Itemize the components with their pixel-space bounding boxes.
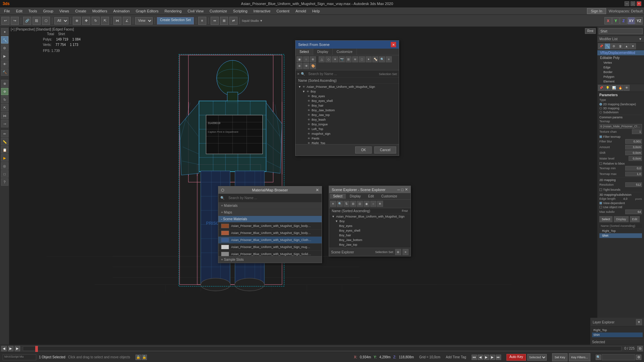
set-key-button[interactable]: Set Key <box>552 353 568 361</box>
minimize-button[interactable]: ─ <box>625 1 629 6</box>
snap-toggle[interactable]: ⋈ <box>113 17 121 25</box>
mb-item-body-mat[interactable]: Asian_Prisoner_Blue_Uniform_with_Mugshot… <box>218 230 322 237</box>
resolution-input[interactable] <box>625 182 642 187</box>
se-sel-none-btn[interactable]: ○ <box>370 201 376 207</box>
xy-axis-button[interactable]: XY <box>628 17 635 24</box>
utilities-panel-btn[interactable]: 🔨 <box>1 68 8 76</box>
paint-btn[interactable]: ✏ <box>1 130 8 137</box>
se-collapse-btn[interactable]: ⊟ <box>357 201 363 207</box>
yz-axis-button[interactable]: YZ <box>635 17 643 24</box>
flame-icon[interactable]: 🔥 <box>617 85 623 91</box>
mb-item-list[interactable]: Asian_Prisoner_Blue_Uniform_with_Mugshot… <box>218 223 322 256</box>
se-tab-display[interactable]: Display <box>346 194 364 199</box>
menu-create[interactable]: Create <box>72 8 89 14</box>
snap-btn[interactable]: ⋈ <box>1 112 8 119</box>
se-filter-btn[interactable]: 🔍 <box>337 201 343 207</box>
search-options-btn[interactable]: ⚙ <box>636 355 641 360</box>
modifier-editable-poly[interactable]: Editable Poly <box>597 55 644 60</box>
go-end-btn[interactable]: ⏭ <box>496 355 501 360</box>
funnel-icon[interactable]: 🔧 <box>604 43 610 49</box>
selected-dropdown[interactable]: Selected <box>527 354 547 361</box>
sfs-none-btn[interactable]: ○ <box>303 56 309 62</box>
se-footer-btn2[interactable]: ≡ <box>402 249 409 255</box>
menu-help[interactable]: Help <box>310 8 323 14</box>
amount-input[interactable] <box>625 145 642 149</box>
link-button[interactable]: 🔗 <box>23 17 31 25</box>
menu-scripting[interactable]: Scripting <box>230 8 250 14</box>
modifier-vertex[interactable]: Vertex <box>597 60 644 65</box>
se-tab-edit[interactable]: Edit <box>365 194 377 199</box>
sfs-helper-btn[interactable]: ⊞ <box>345 56 352 62</box>
menu-views[interactable]: Views <box>57 8 72 14</box>
timeline-track[interactable] <box>23 346 622 351</box>
menu-file[interactable]: File <box>1 8 13 14</box>
se-expand-btn[interactable]: ⊞ <box>350 201 356 207</box>
sfs-item-boy[interactable]: ▼ 👁 Boy <box>296 89 399 94</box>
search-input[interactable] <box>602 354 635 360</box>
mb-item-solid-left-mat[interactable]: Asian_Prisoner_Blue_Uniform_with_Mugshot… <box>218 251 322 256</box>
modifier-edge[interactable]: Edge <box>597 65 644 70</box>
sfs-search-input[interactable] <box>306 71 379 77</box>
move-button[interactable]: ✥ <box>82 17 90 25</box>
select-button[interactable]: ⊕ <box>73 17 81 25</box>
menu-interactive[interactable]: Interactive <box>251 8 273 14</box>
filter-blur-input[interactable] <box>625 139 642 144</box>
sfs-shape-btn[interactable]: ◇ <box>325 56 331 62</box>
le-shirt-item[interactable]: Shirt <box>592 333 643 337</box>
mb-item-mugshot-mat[interactable]: Asian_Prisoner_Blue_Uniform_with_Mugshot… <box>218 244 322 251</box>
sfs-geo-btn[interactable]: △ <box>319 56 325 62</box>
le-btn[interactable]: ▼ <box>636 319 642 325</box>
sfs-close-button[interactable]: ✕ <box>391 42 396 47</box>
sfs-item-mugshot[interactable]: 👁 mugshot_sign <box>296 131 399 136</box>
down-icon[interactable]: ▼ <box>630 43 636 49</box>
sfs-invert-btn[interactable]: ⊗ <box>310 56 316 62</box>
se-item-boy-eyes[interactable]: Boy_eyes <box>329 224 411 228</box>
se-tab-customize[interactable]: Customize <box>378 194 400 199</box>
type-3d-radio[interactable]: 3D mapping <box>599 107 642 110</box>
sfs-tab-display[interactable]: Display <box>313 49 333 55</box>
angle-snap[interactable]: ∠ <box>123 17 131 25</box>
edit-panel-tab[interactable]: Edit <box>630 216 640 222</box>
se-select-all-btn[interactable]: ◉ <box>364 201 370 207</box>
menu-group[interactable]: Group <box>40 8 56 14</box>
texmap-min-input[interactable] <box>625 166 642 171</box>
menu-arnold[interactable]: Arnold <box>293 8 309 14</box>
sfs-filter-btn[interactable]: 🔍 <box>379 56 385 62</box>
modifier-polygon[interactable]: Polygon <box>597 74 644 79</box>
sfs-tab-select[interactable]: Select <box>296 49 313 55</box>
light-bulb-icon[interactable]: 💡 <box>604 85 610 91</box>
bind-button[interactable]: ⬡ <box>42 17 50 25</box>
play-btn[interactable]: ▶ <box>8 346 13 351</box>
close-button[interactable]: ✕ <box>637 1 641 6</box>
se-title-bar[interactable]: Scene Explorer - Scene Explorer ─ □ ✕ <box>329 186 411 193</box>
mb-item-body-detail[interactable]: Asian_Prisoner_Blue_Uniform_with_Mugshot… <box>218 223 322 230</box>
mb-search-input[interactable] <box>226 195 320 201</box>
sfs-item-boy-hair[interactable]: 👁 Boy_hair <box>296 103 399 108</box>
sfs-item-boy-leash[interactable]: 👁 Boy_leash <box>296 117 399 122</box>
menu-civil-view[interactable]: Civil View <box>185 8 206 14</box>
right-top-item[interactable]: Right_Top <box>599 229 642 233</box>
freeform-btn[interactable]: ⊸ <box>1 120 8 127</box>
selection-filter-dropdown[interactable]: All <box>54 17 68 24</box>
graph-icon[interactable]: 📊 <box>611 85 617 91</box>
x-axis-button[interactable]: X <box>604 17 612 24</box>
maxscript-input[interactable]: MAXScript Mu <box>3 354 36 360</box>
se-maximize-button[interactable]: □ <box>401 187 404 192</box>
texchan-input[interactable] <box>632 129 642 134</box>
object-name-input[interactable] <box>599 28 643 34</box>
view-dep-check[interactable]: View-dependent <box>599 201 642 205</box>
menu-rendering[interactable]: Rendering <box>162 8 184 14</box>
se-x-btn[interactable]: ✕ <box>330 201 336 207</box>
mb-maps-section[interactable]: + Maps <box>218 209 322 216</box>
type-subdiv-radio[interactable]: Subdivision <box>599 111 642 114</box>
water-level-input[interactable] <box>629 156 642 161</box>
scale-btn[interactable]: ⇱ <box>1 104 8 111</box>
sfs-title-bar[interactable]: Select From Scene ✕ <box>296 41 399 49</box>
pin-icon[interactable]: 📌 <box>598 85 604 91</box>
sfs-item-boy-jaw-top[interactable]: 👁 Boy_Jaw_top <box>296 113 399 117</box>
se-item-asian[interactable]: ▼ Asian_Prisoner_Blue_Uniform_with_Mugsh… <box>329 214 411 219</box>
se-freeze-btn[interactable]: ❄ <box>377 201 383 207</box>
mb-close-button[interactable]: ✕ <box>316 188 319 192</box>
mb-sample-slots[interactable]: + Sample Slots <box>218 256 322 263</box>
relative-bbox-check[interactable]: Relative to bbox <box>599 162 642 165</box>
